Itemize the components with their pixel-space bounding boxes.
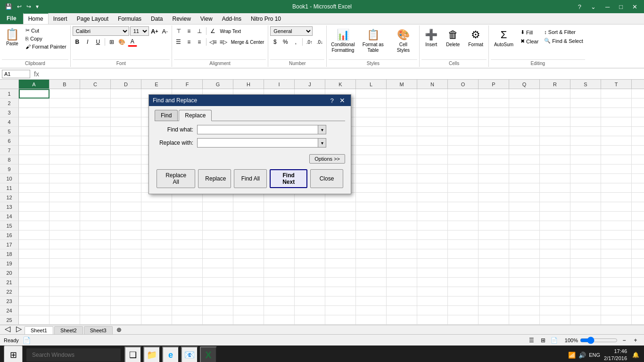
cell-M25[interactable] (387, 315, 417, 325)
cell-B2[interactable] (50, 99, 80, 108)
cell-I14[interactable] (264, 212, 295, 221)
cell-O16[interactable] (448, 230, 479, 240)
cell-M24[interactable] (387, 306, 417, 315)
cell-E12[interactable] (141, 193, 172, 202)
row-header-3[interactable]: 3 (0, 108, 19, 117)
close-button[interactable]: ✕ (629, 2, 640, 11)
cell-M15[interactable] (387, 221, 417, 230)
cell-L20[interactable] (356, 268, 387, 278)
cell-N3[interactable] (417, 108, 448, 117)
cell-J17[interactable] (295, 240, 325, 249)
row-header-21[interactable]: 21 (0, 278, 19, 287)
cell-J25[interactable] (295, 315, 325, 325)
cell-H20[interactable] (233, 268, 264, 278)
cell-L18[interactable] (356, 249, 387, 259)
cell-C14[interactable] (80, 212, 111, 221)
cell-O3[interactable] (448, 108, 479, 117)
col-header-S[interactable]: S (570, 80, 601, 89)
cell-E21[interactable] (141, 278, 172, 287)
cell-U18[interactable] (632, 249, 644, 259)
cell-B7[interactable] (50, 146, 80, 155)
col-header-C[interactable]: C (80, 80, 111, 89)
cell-U9[interactable] (632, 165, 644, 174)
cell-N18[interactable] (417, 249, 448, 259)
sheet-tab-sheet2[interactable]: Sheet2 (54, 326, 83, 334)
cell-Q14[interactable] (509, 212, 540, 221)
cell-D14[interactable] (111, 212, 141, 221)
cell-Q11[interactable] (509, 183, 540, 193)
cell-S4[interactable] (570, 117, 601, 127)
col-header-K[interactable]: K (325, 80, 356, 89)
cell-P22[interactable] (479, 287, 509, 296)
cell-I25[interactable] (264, 315, 295, 325)
cell-D25[interactable] (111, 315, 141, 325)
cell-S16[interactable] (570, 230, 601, 240)
delete-cells-button[interactable]: 🗑 Delete (443, 26, 463, 49)
cell-U24[interactable] (632, 306, 644, 315)
cell-T14[interactable] (601, 212, 632, 221)
cell-D10[interactable] (111, 174, 141, 183)
cell-N16[interactable] (417, 230, 448, 240)
cell-A12[interactable] (19, 193, 50, 202)
add-sheet-button[interactable]: ⊕ (114, 325, 124, 334)
cell-B18[interactable] (50, 249, 80, 259)
cell-S21[interactable] (570, 278, 601, 287)
cell-Q8[interactable] (509, 155, 540, 165)
cell-L15[interactable] (356, 221, 387, 230)
cell-T17[interactable] (601, 240, 632, 249)
cell-D2[interactable] (111, 99, 141, 108)
cell-C21[interactable] (80, 278, 111, 287)
cell-E15[interactable] (141, 221, 172, 230)
cell-O12[interactable] (448, 193, 479, 202)
cell-O8[interactable] (448, 155, 479, 165)
cell-N23[interactable] (417, 296, 448, 306)
col-header-P[interactable]: P (479, 80, 509, 89)
cell-A15[interactable] (19, 221, 50, 230)
cell-H13[interactable] (233, 202, 264, 212)
cell-B5[interactable] (50, 127, 80, 136)
col-header-Q[interactable]: Q (509, 80, 540, 89)
cell-I22[interactable] (264, 287, 295, 296)
cell-R12[interactable] (540, 193, 570, 202)
cell-O18[interactable] (448, 249, 479, 259)
cell-K14[interactable] (325, 212, 356, 221)
cell-B25[interactable] (50, 315, 80, 325)
cell-F24[interactable] (172, 306, 203, 315)
cell-R20[interactable] (540, 268, 570, 278)
col-header-G[interactable]: G (203, 80, 233, 89)
row-header-16[interactable]: 16 (0, 230, 19, 240)
cell-N8[interactable] (417, 155, 448, 165)
find-all-button[interactable]: Find All (234, 169, 267, 188)
cell-A17[interactable] (19, 240, 50, 249)
font-size-select[interactable]: 11 (130, 26, 149, 36)
cell-O11[interactable] (448, 183, 479, 193)
cell-R15[interactable] (540, 221, 570, 230)
cell-S24[interactable] (570, 306, 601, 315)
cell-A9[interactable] (19, 165, 50, 174)
cell-R10[interactable] (540, 174, 570, 183)
cell-D8[interactable] (111, 155, 141, 165)
cell-M1[interactable] (387, 89, 417, 99)
cell-L2[interactable] (356, 99, 387, 108)
underline-button[interactable]: U (93, 37, 103, 47)
col-header-H[interactable]: H (233, 80, 264, 89)
cell-A13[interactable] (19, 202, 50, 212)
cell-S23[interactable] (570, 296, 601, 306)
cell-O25[interactable] (448, 315, 479, 325)
dialog-tab-replace[interactable]: Replace (179, 110, 212, 121)
cell-S10[interactable] (570, 174, 601, 183)
cell-R4[interactable] (540, 117, 570, 127)
cell-N9[interactable] (417, 165, 448, 174)
cell-K23[interactable] (325, 296, 356, 306)
fill-color-button[interactable]: 🎨 (117, 37, 127, 47)
cell-B19[interactable] (50, 259, 80, 268)
cell-P5[interactable] (479, 127, 509, 136)
clear-button[interactable]: ✖ Clear (519, 37, 540, 45)
cell-M10[interactable] (387, 174, 417, 183)
find-select-button[interactable]: 🔍 Find & Select (542, 37, 585, 45)
cell-R2[interactable] (540, 99, 570, 108)
minimize-button[interactable]: ─ (603, 2, 612, 11)
row-header-5[interactable]: 5 (0, 127, 19, 136)
cell-S18[interactable] (570, 249, 601, 259)
cell-I12[interactable] (264, 193, 295, 202)
